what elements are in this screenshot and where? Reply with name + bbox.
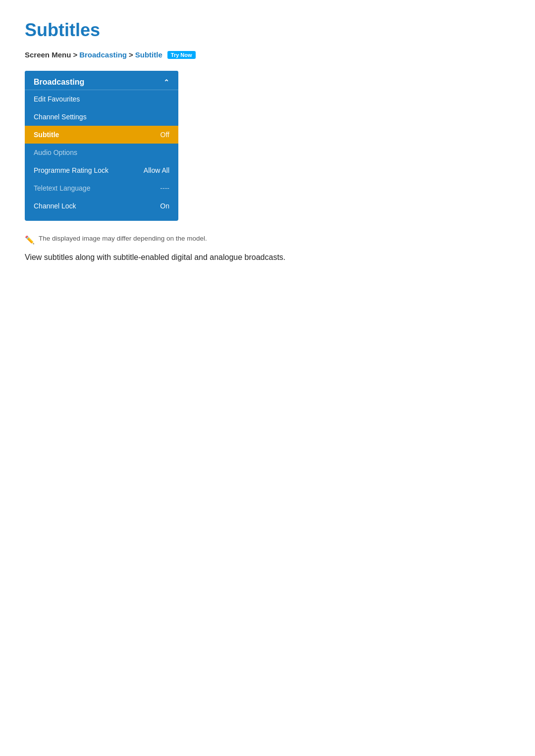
menu-item-audio-options-label: Audio Options (34, 149, 77, 156)
menu-item-channel-settings-label: Channel Settings (34, 113, 87, 121)
try-now-badge[interactable]: Try Now (167, 51, 196, 59)
note-section: ✏️ The displayed image may differ depend… (25, 235, 510, 245)
menu-item-teletext-language-value: ---- (160, 184, 169, 192)
menu-item-channel-lock-value: On (160, 202, 169, 210)
page-title: Subtitles (25, 20, 510, 41)
menu-item-subtitle-value: Off (160, 131, 169, 139)
menu-item-edit-favourites-label: Edit Favourites (34, 95, 80, 103)
menu-item-programme-rating-lock-label: Programme Rating Lock (34, 166, 108, 174)
breadcrumb-link-broadcasting[interactable]: Broadcasting (79, 50, 127, 59)
menu-item-edit-favourites[interactable]: Edit Favourites (25, 90, 178, 108)
menu-item-programme-rating-lock[interactable]: Programme Rating Lock Allow All (25, 161, 178, 179)
menu-item-subtitle-label: Subtitle (34, 131, 59, 139)
breadcrumb-static: Screen Menu (25, 50, 71, 59)
breadcrumb: Screen Menu > Broadcasting > Subtitle Tr… (25, 50, 510, 59)
breadcrumb-sep-1: > (73, 50, 77, 59)
menu-bottom-padding (25, 215, 178, 221)
breadcrumb-link-subtitle[interactable]: Subtitle (135, 50, 162, 59)
chevron-up-icon: ⌃ (163, 78, 169, 86)
note-text: The displayed image may differ depending… (39, 235, 207, 242)
note-icon: ✏️ (25, 235, 35, 245)
menu-item-teletext-language-label: Teletext Language (34, 184, 90, 192)
menu-item-channel-lock[interactable]: Channel Lock On (25, 197, 178, 215)
menu-header-label: Broadcasting (34, 78, 84, 87)
menu-item-channel-settings[interactable]: Channel Settings (25, 108, 178, 126)
menu-item-audio-options[interactable]: Audio Options (25, 144, 178, 161)
menu-item-channel-lock-label: Channel Lock (34, 202, 76, 210)
breadcrumb-sep-2: > (129, 50, 133, 59)
menu-item-subtitle[interactable]: Subtitle Off (25, 126, 178, 144)
description-text: View subtitles along with subtitle-enabl… (25, 252, 510, 263)
menu-item-teletext-language[interactable]: Teletext Language ---- (25, 179, 178, 197)
menu-panel: Broadcasting ⌃ Edit Favourites Channel S… (25, 71, 178, 221)
menu-header: Broadcasting ⌃ (25, 71, 178, 90)
menu-item-programme-rating-lock-value: Allow All (144, 166, 169, 174)
